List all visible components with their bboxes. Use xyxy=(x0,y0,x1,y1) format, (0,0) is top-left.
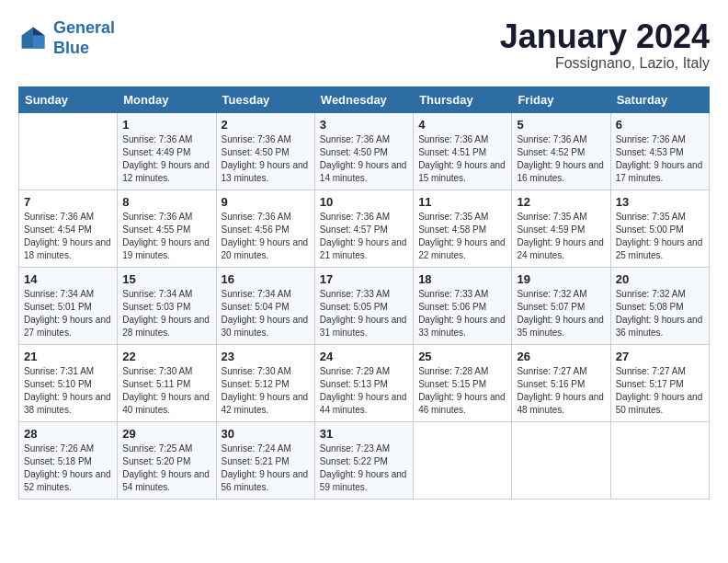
day-number: 29 xyxy=(122,427,210,441)
calendar-cell: 15 Sunrise: 7:34 AMSunset: 5:03 PMDaylig… xyxy=(118,267,216,344)
day-number: 30 xyxy=(222,427,310,441)
col-thursday: Thursday xyxy=(414,86,512,112)
day-info: Sunrise: 7:36 AMSunset: 4:53 PMDaylight:… xyxy=(616,133,704,185)
day-info: Sunrise: 7:36 AMSunset: 4:55 PMDaylight:… xyxy=(122,211,210,262)
day-info: Sunrise: 7:32 AMSunset: 5:07 PMDaylight:… xyxy=(517,288,605,339)
day-number: 26 xyxy=(517,350,605,363)
calendar-cell: 4 Sunrise: 7:36 AMSunset: 4:51 PMDayligh… xyxy=(414,112,512,190)
day-info: Sunrise: 7:30 AMSunset: 5:12 PMDaylight:… xyxy=(222,365,310,417)
col-saturday: Saturday xyxy=(610,86,709,112)
day-info: Sunrise: 7:32 AMSunset: 5:08 PMDaylight:… xyxy=(616,288,704,339)
col-wednesday: Wednesday xyxy=(314,86,413,112)
calendar-cell: 3 Sunrise: 7:36 AMSunset: 4:50 PMDayligh… xyxy=(314,112,413,190)
calendar-body: 1 Sunrise: 7:36 AMSunset: 4:49 PMDayligh… xyxy=(19,112,710,499)
day-number: 17 xyxy=(320,272,408,286)
day-number: 14 xyxy=(24,272,112,286)
header-row: Sunday Monday Tuesday Wednesday Thursday… xyxy=(19,86,710,112)
day-info: Sunrise: 7:24 AMSunset: 5:21 PMDaylight:… xyxy=(222,442,310,494)
day-number: 11 xyxy=(418,195,506,209)
day-number: 27 xyxy=(616,350,704,363)
week-row-0: 1 Sunrise: 7:36 AMSunset: 4:49 PMDayligh… xyxy=(19,112,710,190)
logo: General Blue xyxy=(18,18,115,58)
day-number: 16 xyxy=(222,272,310,286)
calendar-cell: 21 Sunrise: 7:31 AMSunset: 5:10 PMDaylig… xyxy=(19,344,118,421)
day-info: Sunrise: 7:31 AMSunset: 5:10 PMDaylight:… xyxy=(24,365,112,417)
calendar-cell: 9 Sunrise: 7:36 AMSunset: 4:56 PMDayligh… xyxy=(216,190,314,267)
calendar-cell: 25 Sunrise: 7:28 AMSunset: 5:15 PMDaylig… xyxy=(414,344,512,421)
calendar-cell xyxy=(610,421,709,499)
calendar-cell: 16 Sunrise: 7:34 AMSunset: 5:04 PMDaylig… xyxy=(216,267,314,344)
week-row-1: 7 Sunrise: 7:36 AMSunset: 4:54 PMDayligh… xyxy=(19,190,710,267)
day-number: 5 xyxy=(517,118,605,132)
calendar-table: Sunday Monday Tuesday Wednesday Thursday… xyxy=(18,86,710,500)
day-info: Sunrise: 7:35 AMSunset: 5:00 PMDaylight:… xyxy=(616,211,704,262)
svg-marker-1 xyxy=(33,27,44,35)
calendar-cell: 11 Sunrise: 7:35 AMSunset: 4:58 PMDaylig… xyxy=(414,190,512,267)
day-info: Sunrise: 7:36 AMSunset: 4:49 PMDaylight:… xyxy=(122,133,210,185)
calendar-cell: 22 Sunrise: 7:30 AMSunset: 5:11 PMDaylig… xyxy=(118,344,216,421)
calendar-cell: 10 Sunrise: 7:36 AMSunset: 4:57 PMDaylig… xyxy=(314,190,413,267)
calendar-cell: 26 Sunrise: 7:27 AMSunset: 5:16 PMDaylig… xyxy=(512,344,610,421)
day-info: Sunrise: 7:27 AMSunset: 5:17 PMDaylight:… xyxy=(616,365,704,417)
week-row-4: 28 Sunrise: 7:26 AMSunset: 5:18 PMDaylig… xyxy=(19,421,710,499)
day-info: Sunrise: 7:26 AMSunset: 5:18 PMDaylight:… xyxy=(24,442,112,494)
day-number: 8 xyxy=(122,195,210,209)
day-info: Sunrise: 7:29 AMSunset: 5:13 PMDaylight:… xyxy=(320,365,408,417)
calendar-cell: 12 Sunrise: 7:35 AMSunset: 4:59 PMDaylig… xyxy=(512,190,610,267)
col-friday: Friday xyxy=(512,86,610,112)
calendar-cell: 1 Sunrise: 7:36 AMSunset: 4:49 PMDayligh… xyxy=(118,112,216,190)
title-block: January 2024 Fossignano, Lazio, Italy xyxy=(500,18,710,72)
calendar-cell: 28 Sunrise: 7:26 AMSunset: 5:18 PMDaylig… xyxy=(19,421,118,499)
day-number: 9 xyxy=(222,195,310,209)
day-info: Sunrise: 7:34 AMSunset: 5:04 PMDaylight:… xyxy=(222,288,310,339)
calendar-cell: 24 Sunrise: 7:29 AMSunset: 5:13 PMDaylig… xyxy=(314,344,413,421)
day-info: Sunrise: 7:36 AMSunset: 4:52 PMDaylight:… xyxy=(517,133,605,185)
day-number: 19 xyxy=(517,272,605,286)
calendar-header: Sunday Monday Tuesday Wednesday Thursday… xyxy=(19,86,710,112)
day-number: 2 xyxy=(222,118,310,132)
day-number: 24 xyxy=(320,350,408,363)
calendar-cell: 31 Sunrise: 7:23 AMSunset: 5:22 PMDaylig… xyxy=(314,421,413,499)
day-number: 13 xyxy=(616,195,704,209)
logo-line1: General xyxy=(53,18,115,37)
calendar-cell: 27 Sunrise: 7:27 AMSunset: 5:17 PMDaylig… xyxy=(610,344,709,421)
day-info: Sunrise: 7:36 AMSunset: 4:50 PMDaylight:… xyxy=(320,133,408,185)
day-number: 4 xyxy=(418,118,506,132)
day-number: 10 xyxy=(320,195,408,209)
calendar-cell: 19 Sunrise: 7:32 AMSunset: 5:07 PMDaylig… xyxy=(512,267,610,344)
day-number: 31 xyxy=(320,427,408,441)
day-info: Sunrise: 7:30 AMSunset: 5:11 PMDaylight:… xyxy=(122,365,210,417)
day-info: Sunrise: 7:28 AMSunset: 5:15 PMDaylight:… xyxy=(418,365,506,417)
day-number: 6 xyxy=(616,118,704,132)
calendar-cell xyxy=(512,421,610,499)
day-info: Sunrise: 7:36 AMSunset: 4:57 PMDaylight:… xyxy=(320,211,408,262)
day-info: Sunrise: 7:36 AMSunset: 4:54 PMDaylight:… xyxy=(24,211,112,262)
calendar-cell: 5 Sunrise: 7:36 AMSunset: 4:52 PMDayligh… xyxy=(512,112,610,190)
calendar-cell xyxy=(414,421,512,499)
calendar-cell: 13 Sunrise: 7:35 AMSunset: 5:00 PMDaylig… xyxy=(610,190,709,267)
day-number: 21 xyxy=(24,350,112,363)
calendar-cell: 14 Sunrise: 7:34 AMSunset: 5:01 PMDaylig… xyxy=(19,267,118,344)
day-number: 7 xyxy=(24,195,112,209)
day-number: 25 xyxy=(418,350,506,363)
calendar-cell: 23 Sunrise: 7:30 AMSunset: 5:12 PMDaylig… xyxy=(216,344,314,421)
day-info: Sunrise: 7:34 AMSunset: 5:01 PMDaylight:… xyxy=(24,288,112,339)
calendar-cell: 2 Sunrise: 7:36 AMSunset: 4:50 PMDayligh… xyxy=(216,112,314,190)
calendar-cell: 20 Sunrise: 7:32 AMSunset: 5:08 PMDaylig… xyxy=(610,267,709,344)
calendar-cell: 7 Sunrise: 7:36 AMSunset: 4:54 PMDayligh… xyxy=(19,190,118,267)
logo-line2: Blue xyxy=(53,39,89,57)
svg-marker-2 xyxy=(33,35,44,48)
day-info: Sunrise: 7:25 AMSunset: 5:20 PMDaylight:… xyxy=(122,442,210,494)
day-number: 1 xyxy=(122,118,210,132)
day-info: Sunrise: 7:35 AMSunset: 4:59 PMDaylight:… xyxy=(517,211,605,262)
day-info: Sunrise: 7:27 AMSunset: 5:16 PMDaylight:… xyxy=(517,365,605,417)
day-info: Sunrise: 7:33 AMSunset: 5:06 PMDaylight:… xyxy=(418,288,506,339)
week-row-3: 21 Sunrise: 7:31 AMSunset: 5:10 PMDaylig… xyxy=(19,344,710,421)
month-title: January 2024 xyxy=(500,18,710,55)
day-info: Sunrise: 7:35 AMSunset: 4:58 PMDaylight:… xyxy=(418,211,506,262)
week-row-2: 14 Sunrise: 7:34 AMSunset: 5:01 PMDaylig… xyxy=(19,267,710,344)
calendar-cell: 17 Sunrise: 7:33 AMSunset: 5:05 PMDaylig… xyxy=(314,267,413,344)
day-number: 23 xyxy=(222,350,310,363)
col-monday: Monday xyxy=(118,86,216,112)
day-info: Sunrise: 7:34 AMSunset: 5:03 PMDaylight:… xyxy=(122,288,210,339)
